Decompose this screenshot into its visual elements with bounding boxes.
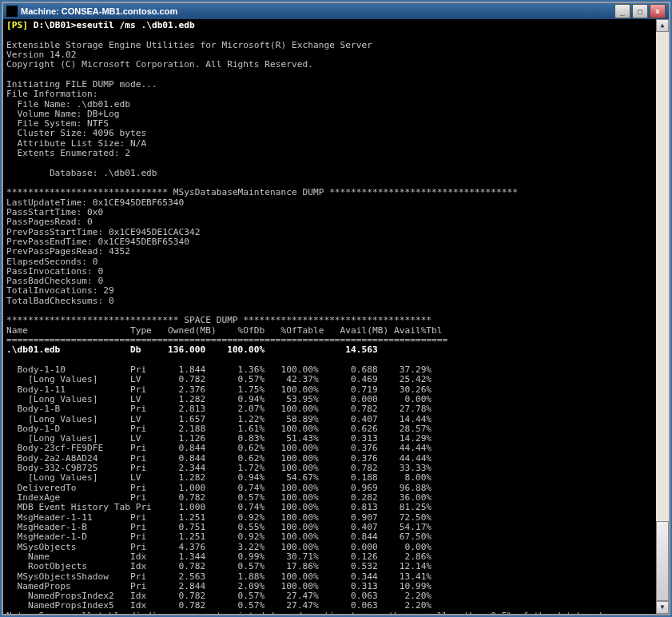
app-icon <box>6 6 18 17</box>
space-db-row: .\db01.edb Db 136.000 100.00% 14.563 <box>6 344 378 355</box>
scroll-thumb[interactable] <box>656 521 669 601</box>
close-button[interactable]: × <box>650 4 666 18</box>
scroll-up-button[interactable]: ▲ <box>656 19 669 32</box>
window-title: Machine: CONSEA-MB1.contoso.com <box>21 6 614 16</box>
maximize-button[interactable]: □ <box>632 4 648 18</box>
cwd: D:\DB01> <box>34 20 77 30</box>
space-title: ******************************** SPACE D… <box>6 315 431 325</box>
intro-line: Copyright (C) Microsoft Corporation. All… <box>6 59 313 70</box>
space-columns: Name Type Owned(MB) %OfDb %OfTable Avail… <box>6 325 443 336</box>
maint-title: ****************************** MSysDatab… <box>6 187 518 197</box>
scroll-track[interactable] <box>656 32 669 601</box>
window-controls: _ □ × <box>614 4 666 18</box>
initiating-line: Initiating FILE DUMP mode... <box>6 79 157 90</box>
command: eseutil /ms .\db01.edb <box>77 20 195 30</box>
fileinfo-fields: File Name: .\db01.edb Volume Name: DB+Lo… <box>6 99 157 178</box>
maint-lines: LastUpdateTime: 0x1CE945DEBF65340 PassSt… <box>6 197 200 306</box>
fileinfo-header: File Information: <box>6 89 98 99</box>
ps-prefix: [PS] <box>6 20 28 30</box>
vertical-scrollbar[interactable]: ▲ ▼ <box>656 19 669 614</box>
minimize-button[interactable]: _ <box>614 4 630 18</box>
terminal-area[interactable]: [PS] D:\DB01>eseutil /ms .\db01.edb Exte… <box>3 19 669 614</box>
space-separator: ========================================… <box>6 335 447 345</box>
intro-line: Version 14.02 <box>6 50 77 60</box>
space-note: Note: Some small tables/indices were not… <box>6 611 609 614</box>
scroll-down-button[interactable]: ▼ <box>656 601 669 614</box>
space-rows: Body-1-10 Pri 1.844 1.36% 100.00% 0.688 … <box>6 364 431 611</box>
terminal-window: Machine: CONSEA-MB1.contoso.com _ □ × [P… <box>2 2 670 615</box>
intro-line: Extensible Storage Engine Utilities for … <box>6 40 372 50</box>
title-bar[interactable]: Machine: CONSEA-MB1.contoso.com _ □ × <box>3 3 669 19</box>
